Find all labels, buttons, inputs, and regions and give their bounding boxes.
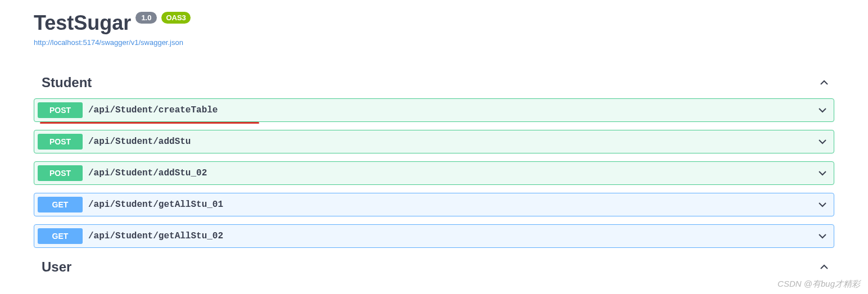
operation-post-addstu[interactable]: POST /api/Student/addStu xyxy=(34,130,834,153)
method-badge: POST xyxy=(38,102,83,118)
operation-post-createtable[interactable]: POST /api/Student/createTable xyxy=(34,98,834,122)
operation-get-getallstu02[interactable]: GET /api/Student/getAllStu_02 xyxy=(34,224,834,248)
chevron-down-icon xyxy=(817,230,828,242)
chevron-down-icon xyxy=(817,199,828,210)
watermark: CSDN @有bug才精彩 xyxy=(777,279,860,286)
main-container: TestSugar 1.0 OAS3 http://localhost:5174… xyxy=(0,0,868,275)
operation-path: /api/Student/addStu_02 xyxy=(88,168,817,178)
tag-name: User xyxy=(42,259,71,275)
operation-get-getallstu01[interactable]: GET /api/Student/getAllStu_01 xyxy=(34,193,834,216)
method-badge: POST xyxy=(38,165,83,181)
swagger-json-link[interactable]: http://localhost:5174/swagger/v1/swagger… xyxy=(34,38,834,47)
method-badge: GET xyxy=(38,197,83,212)
title-row: TestSugar 1.0 OAS3 xyxy=(34,11,834,35)
tag-header-student[interactable]: Student xyxy=(34,69,834,96)
tag-section-user: User xyxy=(34,259,834,275)
method-badge: GET xyxy=(38,228,83,244)
oas-badge: OAS3 xyxy=(161,12,190,24)
chevron-up-icon xyxy=(819,77,830,88)
operation-path: /api/Student/getAllStu_01 xyxy=(88,200,817,210)
chevron-down-icon xyxy=(817,105,828,116)
operation-path: /api/Student/addStu xyxy=(88,137,817,147)
api-header: TestSugar 1.0 OAS3 http://localhost:5174… xyxy=(34,11,834,47)
operation-path: /api/Student/createTable xyxy=(88,105,817,115)
api-title: TestSugar xyxy=(34,11,131,35)
method-badge: POST xyxy=(38,134,83,150)
chevron-down-icon xyxy=(817,136,828,147)
tag-name: Student xyxy=(42,75,92,91)
tag-section-student: Student POST /api/Student/createTable PO… xyxy=(34,69,834,248)
operation-path: /api/Student/getAllStu_02 xyxy=(88,231,817,241)
operation-post-addstu02[interactable]: POST /api/Student/addStu_02 xyxy=(34,161,834,185)
version-badge: 1.0 xyxy=(135,12,157,24)
chevron-down-icon xyxy=(817,168,828,179)
tag-header-user[interactable]: User xyxy=(34,259,834,275)
chevron-up-icon xyxy=(819,261,830,273)
annotation-underline xyxy=(40,122,259,124)
operation-list-student: POST /api/Student/createTable POST /api/… xyxy=(34,98,834,248)
